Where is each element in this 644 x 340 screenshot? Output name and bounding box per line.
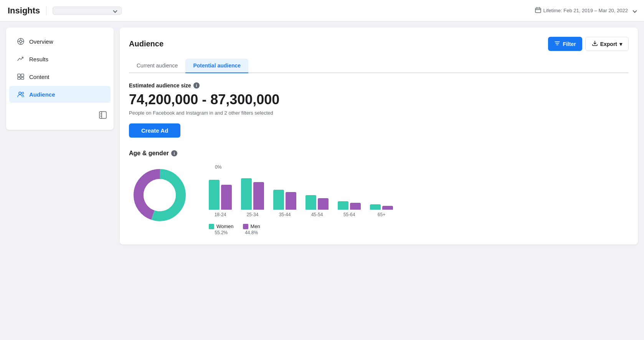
export-chevron-icon: ▾ [619,41,622,47]
bar-label-25-34: 25-34 [247,212,259,217]
header-actions: Filter Export ▾ [548,37,629,51]
bar-women-25-34 [241,178,252,210]
bar-men-18-24 [221,185,232,210]
sidebar-toggle-icon[interactable] [98,110,107,121]
date-range-text: Lifetime: Feb 21, 2019 – Mar 20, 2022 [543,8,628,13]
audience-icon [17,90,25,98]
sidebar: Overview Results Content [6,28,114,130]
calendar-icon [535,7,541,14]
filter-icon [554,40,560,48]
sidebar-audience-label: Audience [29,91,55,98]
bar-men-35-44 [286,192,296,210]
bar-label-35-44: 35-44 [279,212,291,217]
svg-point-23 [144,179,176,211]
bar-women-55-64 [338,201,348,210]
svg-point-11 [19,92,21,94]
audience-card: Audience Filter [120,28,638,245]
audience-tabs: Current audience Potential audience [129,59,629,73]
legend-women-pct: 55.2% [215,230,228,235]
content-area: Audience Filter [114,21,644,340]
estimated-size-info-icon[interactable]: i [193,82,200,89]
bar-men-25-34 [253,182,264,210]
bar-label-18-24: 18-24 [215,212,226,217]
age-gender-chart: 0% 18-24 [129,164,629,235]
export-label: Export [600,41,617,47]
sidebar-item-results[interactable]: Results [9,51,111,67]
legend-item-men: Men 44.8% [243,223,260,235]
bar-group-55-64: 55-64 [338,171,361,217]
bar-women-65plus [370,204,381,210]
bar-label-65plus: 65+ [378,212,385,217]
audience-section-header: Audience Filter [129,37,629,51]
svg-rect-10 [21,77,24,79]
export-button[interactable]: Export ▾ [585,37,629,51]
bar-women-45-54 [305,195,316,210]
bar-men-55-64 [350,203,361,210]
svg-point-12 [22,92,24,94]
bar-group-35-44: 35-44 [273,171,296,217]
bar-group-45-54: 45-54 [305,171,329,217]
tab-potential-audience[interactable]: Potential audience [185,59,248,73]
legend-item-women: Women 55.2% [209,223,234,235]
bar-chart-area: 0% 18-24 [206,164,629,235]
sidebar-item-overview[interactable]: Overview [9,33,111,50]
page-title: Insights [8,6,40,16]
export-icon [592,40,598,48]
chevron-down-icon [113,8,117,13]
sidebar-item-content[interactable]: Content [9,68,111,85]
sidebar-overview-label: Overview [29,38,53,45]
tab-current-audience[interactable]: Current audience [129,59,185,73]
svg-point-2 [20,40,22,43]
header-divider [46,6,46,15]
svg-rect-8 [21,74,24,77]
estimated-size-label: Estimated audience size i [129,82,629,89]
page-selector-dropdown[interactable] [53,7,122,15]
filter-label: Filter [563,41,576,47]
audience-section-title: Audience [129,39,163,48]
legend-women-label: Women [216,223,234,229]
content-icon [17,73,25,80]
overview-icon [17,38,25,45]
bar-group-65plus: 65+ [370,171,393,217]
sidebar-content-label: Content [29,74,50,80]
create-ad-button[interactable]: Create Ad [129,123,180,138]
legend-women-color [209,224,214,229]
legend-men-label: Men [251,223,260,229]
legend-men-color [243,224,248,229]
donut-chart-container [129,164,190,226]
sidebar-results-label: Results [29,56,48,62]
svg-rect-7 [18,74,20,77]
bar-women-18-24 [209,180,220,210]
bar-chart: 18-24 25-34 [206,171,629,217]
donut-chart [129,164,190,226]
bar-men-45-54 [318,198,329,210]
bar-women-35-44 [273,190,284,210]
sidebar-bottom [6,106,114,125]
age-gender-section-title: Age & gender i [129,150,629,157]
top-header: Insights Lifetime: Feb 21, 2019 – Mar 20… [0,0,644,21]
bar-label-45-54: 45-54 [311,212,323,217]
bar-label-55-64: 55-64 [343,212,355,217]
bar-men-65plus [382,206,393,210]
filter-button[interactable]: Filter [548,37,582,51]
legend-men-pct: 44.8% [245,230,258,235]
main-layout: Overview Results Content [0,21,644,340]
svg-rect-9 [18,77,20,79]
date-chevron-icon [630,8,636,13]
chart-legend: Women 55.2% Men 44.8% [206,223,629,235]
bar-group-25-34: 25-34 [241,171,264,217]
sidebar-item-audience[interactable]: Audience [9,86,111,103]
age-gender-info-icon[interactable]: i [171,150,177,156]
audience-description: People on Facebook and Instagram in and … [129,110,629,116]
results-icon [17,55,25,63]
bar-group-18-24: 18-24 [209,171,232,217]
svg-rect-0 [535,8,541,13]
audience-size-value: 74,200,000 - 87,300,000 [129,92,629,108]
date-range-selector[interactable]: Lifetime: Feb 21, 2019 – Mar 20, 2022 [535,7,636,14]
y-axis-zero: 0% [215,164,221,170]
